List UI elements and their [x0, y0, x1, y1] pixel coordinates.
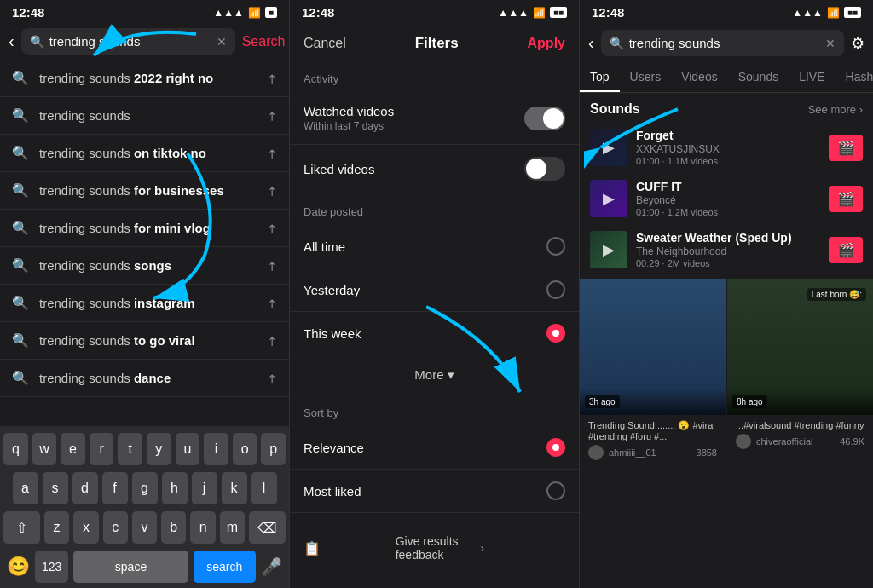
sound-item-sweater[interactable]: ▶ Sweater Weather (Sped Up) The Neighbou…: [580, 224, 873, 275]
most-liked-row[interactable]: Most liked: [290, 470, 579, 513]
relevance-row[interactable]: Relevance: [290, 426, 579, 470]
key-num[interactable]: 123: [35, 551, 68, 583]
video-avatar-2: [736, 434, 751, 449]
key-r[interactable]: r: [90, 433, 114, 465]
tab-hashtag[interactable]: Hashtag: [835, 63, 873, 92]
feedback-row[interactable]: 📋 Give results feedback ›: [290, 522, 579, 574]
key-i[interactable]: i: [204, 433, 228, 465]
key-m[interactable]: m: [220, 511, 245, 544]
relevance-radio[interactable]: [546, 438, 565, 457]
tab-top[interactable]: Top: [580, 63, 620, 92]
search-results-panel: 12:48 ▲▲▲ 📶 ■■ ‹ 🔍 trending sounds ✕ ⚙ T…: [580, 0, 873, 588]
suggestion-item[interactable]: 🔍 trending sounds dance ↗: [0, 360, 289, 397]
sound-item-cuffit[interactable]: ▶ CUFF IT Beyoncé 01:00 · 1.2M videos 🎬: [580, 173, 873, 224]
search-icon: 🔍: [30, 35, 44, 49]
key-b[interactable]: b: [161, 511, 186, 544]
suggestion-item[interactable]: 🔍 trending sounds 2022 right no ↗: [0, 60, 289, 97]
key-e[interactable]: e: [61, 433, 85, 465]
key-h[interactable]: h: [162, 472, 188, 504]
tab-sounds[interactable]: Sounds: [728, 63, 789, 92]
key-u[interactable]: u: [176, 433, 200, 465]
suggestion-item[interactable]: 🔍 trending sounds ↗: [0, 97, 289, 135]
key-s[interactable]: s: [43, 472, 68, 504]
play-icon: ▶: [603, 138, 615, 157]
suggestion-item[interactable]: 🔍 trending sounds to go viral ↗: [0, 322, 289, 360]
last-born-badge: Last born 😅:: [807, 285, 866, 301]
suggestion-item[interactable]: 🔍 trending sounds songs ↗: [0, 247, 289, 285]
video-cell-2[interactable]: Last born 😅: 8h ago: [727, 279, 873, 415]
suggestion-item[interactable]: 🔍 trending sounds for businesses ↗: [0, 172, 289, 210]
key-mic[interactable]: 🎤: [261, 556, 282, 577]
key-d[interactable]: d: [72, 472, 98, 504]
search-button[interactable]: Search: [242, 34, 286, 49]
yesterday-row[interactable]: Yesterday: [290, 268, 579, 312]
sounds-see-more-button[interactable]: See more ›: [808, 103, 863, 116]
key-emoji[interactable]: 😊: [7, 556, 30, 578]
p3-search-box[interactable]: 🔍 trending sounds ✕: [601, 30, 844, 56]
key-space[interactable]: space: [73, 551, 188, 583]
this-week-radio[interactable]: [546, 324, 565, 343]
suggestion-text: trending sounds dance: [39, 371, 267, 385]
sound-video-button-sweater[interactable]: 🎬: [829, 237, 863, 263]
key-g[interactable]: g: [132, 472, 158, 504]
key-p[interactable]: p: [261, 433, 286, 465]
key-a[interactable]: a: [13, 472, 38, 504]
suggestion-item[interactable]: 🔍 trending sounds on tiktok no ↗: [0, 135, 289, 172]
key-x[interactable]: x: [73, 511, 98, 544]
sound-video-button-cuffit[interactable]: 🎬: [829, 186, 863, 212]
p3-search-header: ‹ 🔍 trending sounds ✕ ⚙: [580, 23, 873, 63]
key-y[interactable]: y: [147, 433, 171, 465]
sound-artist-forget: XXKATUSJINSUX: [636, 143, 820, 155]
tab-live[interactable]: LIVE: [789, 63, 835, 92]
key-w[interactable]: w: [32, 433, 57, 465]
key-t[interactable]: t: [118, 433, 142, 465]
all-time-label: All time: [304, 239, 345, 254]
all-time-row[interactable]: All time: [290, 225, 579, 268]
liked-videos-row[interactable]: Liked videos: [290, 145, 579, 193]
key-j[interactable]: j: [192, 472, 217, 504]
search-input[interactable]: [49, 34, 211, 49]
video-cell-1[interactable]: 3h ago: [580, 279, 726, 415]
key-v[interactable]: v: [132, 511, 157, 544]
apply-button[interactable]: Apply: [528, 36, 565, 51]
key-search[interactable]: search: [194, 551, 256, 583]
key-k[interactable]: k: [222, 472, 247, 504]
video-username-2: chiveraofficial: [756, 436, 812, 447]
sound-item-forget[interactable]: ▶ Forget XXKATUSJINSUX 01:00 · 1.1M vide…: [580, 122, 873, 173]
more-button[interactable]: More ▾: [290, 355, 579, 395]
cancel-button[interactable]: Cancel: [304, 36, 346, 51]
key-delete[interactable]: ⌫: [249, 511, 286, 544]
suggestion-text: trending sounds for mini vlog: [39, 221, 267, 235]
tab-videos[interactable]: Videos: [671, 63, 728, 92]
suggestion-item[interactable]: 🔍 trending sounds for mini vlog ↗: [0, 210, 289, 247]
key-z[interactable]: z: [44, 511, 69, 544]
p3-back-button[interactable]: ‹: [588, 33, 594, 53]
key-c[interactable]: c: [103, 511, 128, 544]
liked-videos-toggle[interactable]: [524, 157, 565, 181]
most-liked-radio[interactable]: [546, 481, 565, 500]
back-button[interactable]: ‹: [9, 32, 14, 51]
keyboard-row-bottom: 😊 123 space search 🎤: [3, 551, 286, 583]
key-o[interactable]: o: [233, 433, 257, 465]
key-l[interactable]: l: [251, 472, 277, 504]
p3-clear-button[interactable]: ✕: [825, 37, 835, 50]
key-shift[interactable]: ⇧: [3, 511, 40, 544]
yesterday-radio[interactable]: [546, 280, 565, 299]
clear-search-button[interactable]: ✕: [217, 35, 227, 49]
search-box[interactable]: 🔍 ✕: [21, 28, 235, 55]
watched-videos-toggle[interactable]: [524, 107, 565, 130]
p3-filter-button[interactable]: ⚙: [851, 34, 864, 53]
key-q[interactable]: q: [3, 433, 28, 465]
video-caption-2: ...#viralsound #trending #funny chiverao…: [727, 415, 873, 467]
search-suggestion-icon: 🔍: [12, 220, 29, 236]
key-f[interactable]: f: [102, 472, 128, 504]
watched-videos-row[interactable]: Watched videos Within last 7 days: [290, 92, 579, 145]
all-time-radio[interactable]: [546, 237, 565, 256]
tab-users[interactable]: Users: [620, 63, 672, 92]
keyboard: q w e r t y u i o p a s d f g h j k l ⇧ …: [0, 426, 289, 588]
sound-video-button-forget[interactable]: 🎬: [829, 135, 863, 161]
search-suggestion-icon: 🔍: [12, 332, 29, 349]
key-n[interactable]: n: [190, 511, 215, 544]
this-week-row[interactable]: This week: [290, 312, 579, 355]
suggestion-item[interactable]: 🔍 trending sounds instagram ↗: [0, 285, 289, 322]
